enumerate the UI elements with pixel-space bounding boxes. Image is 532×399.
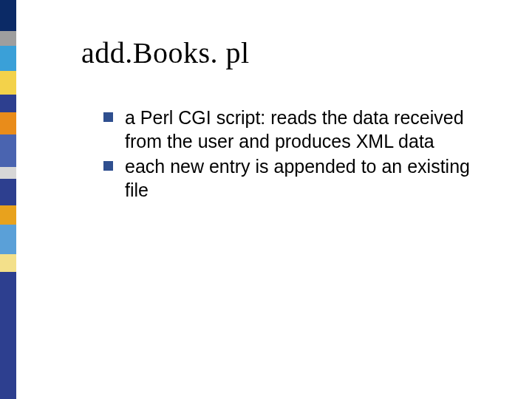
bullet-text: each new entry is appended to an existin… <box>125 154 495 202</box>
slide-content: add.Books. pl a Perl CGI script: reads t… <box>81 35 495 203</box>
sidebar-block <box>0 95 16 112</box>
sidebar-block <box>0 205 16 225</box>
sidebar-block <box>0 179 16 205</box>
sidebar-block <box>0 167 16 179</box>
list-item: a Perl CGI script: reads the data receiv… <box>103 106 495 153</box>
sidebar-block <box>0 31 16 46</box>
square-bullet-icon <box>103 161 113 171</box>
page-title: add.Books. pl <box>81 35 495 70</box>
sidebar-block <box>0 134 16 167</box>
square-bullet-icon <box>103 112 113 122</box>
bullet-list: a Perl CGI script: reads the data receiv… <box>103 106 495 202</box>
sidebar-block <box>0 272 16 399</box>
sidebar-block <box>0 46 16 71</box>
sidebar-block <box>0 112 16 134</box>
sidebar-block <box>0 225 16 254</box>
sidebar-block <box>0 0 16 31</box>
bullet-text: a Perl CGI script: reads the data receiv… <box>125 106 495 153</box>
decorative-sidebar <box>0 0 16 399</box>
sidebar-block <box>0 254 16 272</box>
sidebar-block <box>0 71 16 95</box>
list-item: each new entry is appended to an existin… <box>103 154 495 202</box>
